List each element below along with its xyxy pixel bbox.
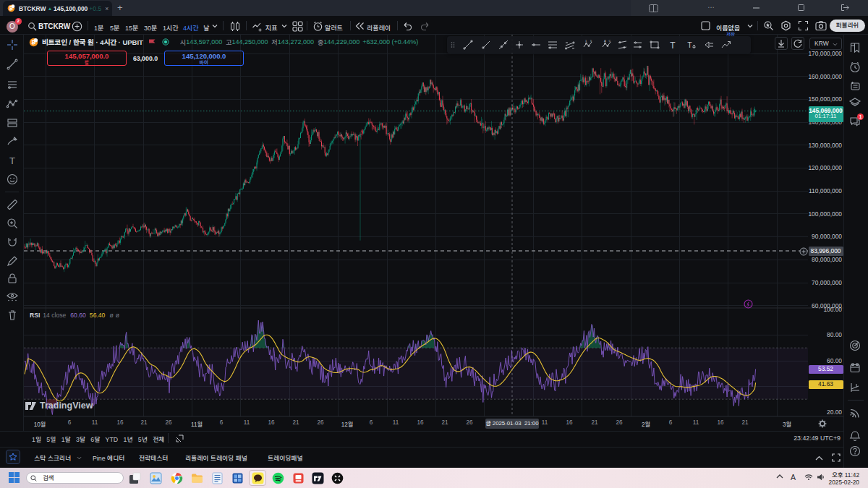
svg-text:C: C xyxy=(609,39,611,43)
svg-text:T: T xyxy=(9,155,15,166)
svg-text:1: 1 xyxy=(585,39,587,43)
svg-text:T: T xyxy=(670,40,676,51)
svg-text:A: A xyxy=(604,39,606,43)
svg-text:5: 5 xyxy=(590,39,592,43)
svg-text:₿: ₿ xyxy=(9,6,14,11)
svg-text:T: T xyxy=(687,40,692,49)
svg-text:₿: ₿ xyxy=(31,39,35,46)
